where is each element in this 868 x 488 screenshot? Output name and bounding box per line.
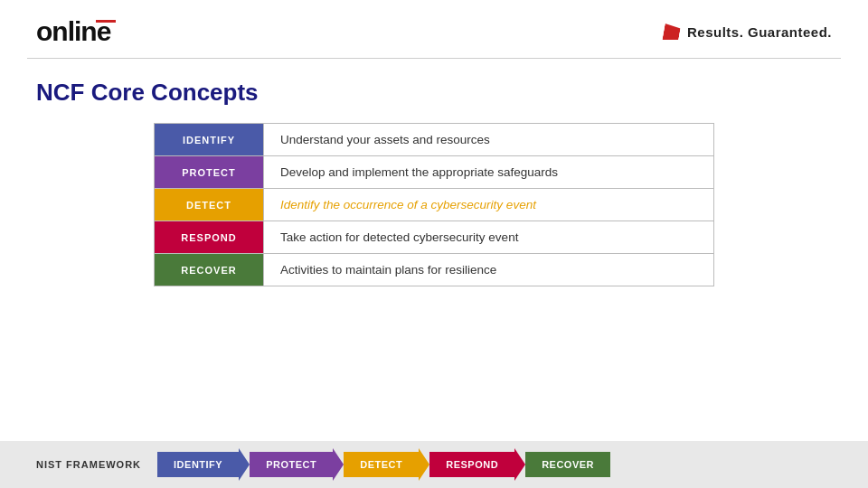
tagline-container: Results. Guaranteed. <box>664 23 832 40</box>
fw-arrow-respond <box>514 448 525 481</box>
footer-bar: NIST FRAMEWORK IDENTIFYPROTECTDETECTRESP… <box>0 441 868 488</box>
nist-framework-label: NIST FRAMEWORK <box>36 459 141 470</box>
concept-label-identify: IDENTIFY <box>155 124 263 155</box>
flag-icon <box>662 23 681 40</box>
concept-row-recover: RECOVERActivities to maintain plans for … <box>155 254 713 286</box>
fw-button-detect[interactable]: DETECT <box>344 452 419 477</box>
fw-arrow-identify <box>239 448 250 481</box>
logo-text: online <box>36 16 110 47</box>
concept-label-respond: RESPOND <box>155 221 263 253</box>
fw-button-identify[interactable]: IDENTIFY <box>157 452 239 477</box>
concept-desc-identify: Understand your assets and resources <box>263 124 713 155</box>
concept-row-protect: PROTECTDevelop and implement the appropr… <box>155 156 713 189</box>
logo: online <box>36 16 110 47</box>
concept-desc-detect: Identify the occurrence of a cybersecuri… <box>263 189 713 221</box>
page-title: NCF Core Concepts <box>36 79 832 107</box>
concept-label-recover: RECOVER <box>155 254 263 286</box>
concept-row-respond: RESPONDTake action for detected cybersec… <box>155 221 713 254</box>
concept-label-protect: PROTECT <box>155 156 263 188</box>
fw-button-respond[interactable]: RESPOND <box>429 452 514 477</box>
concept-desc-protect: Develop and implement the appropriate sa… <box>263 156 713 188</box>
framework-buttons: IDENTIFYPROTECTDETECTRESPONDRECOVER <box>157 448 610 481</box>
fw-button-protect[interactable]: PROTECT <box>250 452 333 477</box>
logo-accent-bar <box>96 20 116 23</box>
concept-row-identify: IDENTIFYUnderstand your assets and resou… <box>155 124 713 156</box>
fw-item-respond: RESPOND <box>429 448 525 481</box>
fw-item-detect: DETECT <box>344 448 429 481</box>
concept-table: IDENTIFYUnderstand your assets and resou… <box>154 123 714 286</box>
fw-item-recover: RECOVER <box>525 452 610 477</box>
concept-desc-recover: Activities to maintain plans for resilie… <box>263 254 713 286</box>
fw-item-identify: IDENTIFY <box>157 448 250 481</box>
header: online Results. Guaranteed. <box>0 0 868 58</box>
fw-button-recover[interactable]: RECOVER <box>525 452 610 477</box>
concept-desc-respond: Take action for detected cybersecurity e… <box>263 221 713 253</box>
concept-label-detect: DETECT <box>155 189 263 221</box>
tagline-text: Results. Guaranteed. <box>687 24 832 40</box>
main-content: NCF Core Concepts IDENTIFYUnderstand you… <box>0 59 868 296</box>
fw-arrow-detect <box>419 448 429 481</box>
concept-row-detect: DETECTIdentify the occurrence of a cyber… <box>155 189 713 221</box>
fw-arrow-protect <box>333 448 344 481</box>
fw-item-protect: PROTECT <box>250 448 344 481</box>
